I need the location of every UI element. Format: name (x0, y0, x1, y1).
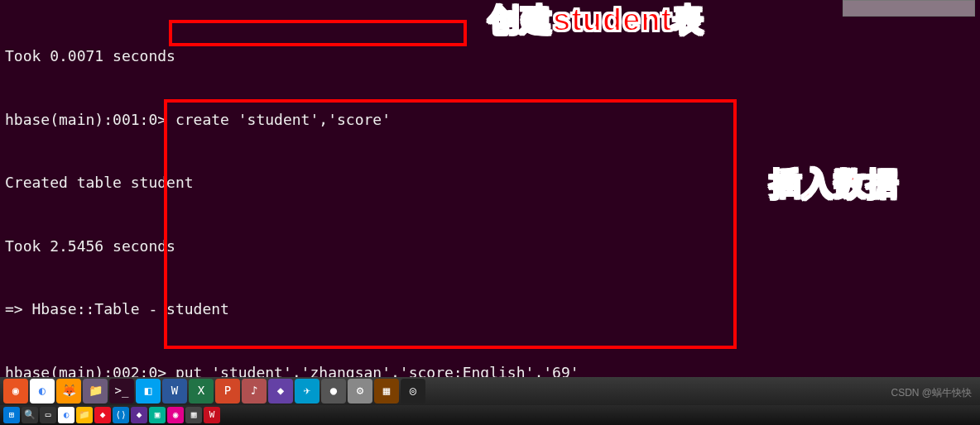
settings-icon[interactable]: ⚙ (348, 379, 372, 404)
chrome-icon[interactable]: ◐ (30, 379, 55, 404)
app-icon[interactable]: ◧ (136, 379, 161, 404)
dock: ◉◐🦊📁>_◧WXP♪◆✈●⚙▦◎ (0, 377, 980, 405)
app9-icon[interactable]: ▣ (149, 407, 166, 423)
terminal-icon[interactable]: >_ (109, 379, 134, 404)
chrome2-icon[interactable]: ◐ (58, 407, 74, 423)
windows-taskbar: ⊞🔍▭◐📁◆⟨⟩◆▣◉▦W (0, 405, 980, 425)
firefox-icon[interactable]: 🦊 (56, 379, 81, 404)
music-icon[interactable]: ♪ (242, 379, 267, 404)
app8-icon[interactable]: ◆ (131, 407, 147, 423)
ubuntu-icon[interactable]: ◉ (3, 379, 28, 404)
word-icon[interactable]: W (162, 379, 187, 404)
app10-icon[interactable]: ◉ (167, 407, 184, 423)
search-icon[interactable]: 🔍 (22, 407, 38, 423)
app11-icon[interactable]: ▦ (185, 407, 202, 423)
start-icon[interactable]: ⊞ (3, 407, 20, 423)
terminal-line: Took 2.5456 seconds (5, 236, 975, 257)
app6-icon[interactable]: ◎ (401, 379, 425, 404)
terminal-line: => Hbase::Table - student (5, 298, 975, 320)
app12-icon[interactable]: W (204, 407, 220, 423)
terminal-output[interactable]: Took 0.0071 seconds hbase(main):001:0> c… (0, 0, 980, 425)
app4-icon[interactable]: ● (321, 379, 346, 404)
app7-icon[interactable]: ◆ (94, 407, 111, 423)
powerpoint-icon[interactable]: P (215, 379, 240, 404)
vscode-icon[interactable]: ⟨⟩ (113, 407, 129, 423)
app3-icon[interactable]: ✈ (295, 379, 319, 404)
app5-icon[interactable]: ▦ (374, 379, 399, 404)
excel-icon[interactable]: X (189, 379, 214, 404)
terminal-line: Created table student (5, 172, 975, 193)
files2-icon[interactable]: 📁 (76, 407, 93, 423)
taskview-icon[interactable]: ▭ (40, 407, 56, 423)
app2-icon[interactable]: ◆ (268, 379, 293, 404)
files-icon[interactable]: 📁 (83, 379, 108, 404)
terminal-line: hbase(main):001:0> create 'student','sco… (5, 109, 975, 131)
terminal-line: Took 0.0071 seconds (5, 45, 975, 67)
